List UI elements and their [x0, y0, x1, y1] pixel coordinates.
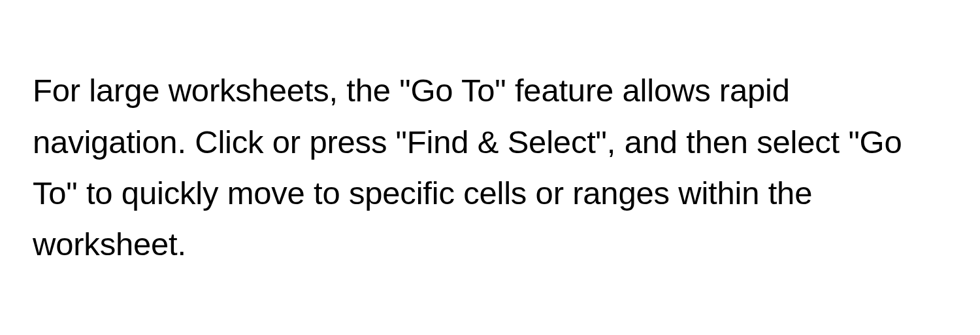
- instructional-paragraph: For large worksheets, the "Go To" featur…: [33, 65, 947, 270]
